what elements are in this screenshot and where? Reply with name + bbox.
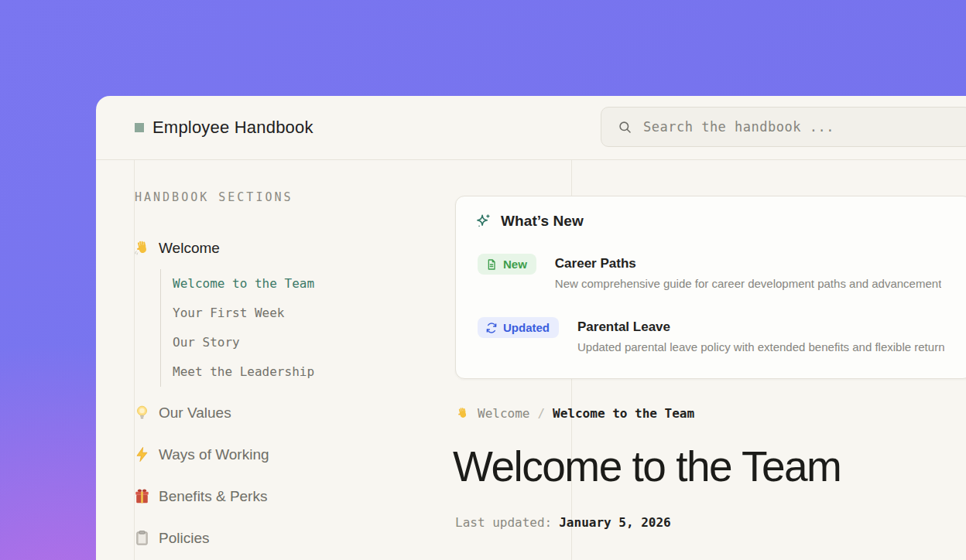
document-icon xyxy=(485,258,498,271)
clipboard-icon xyxy=(133,529,151,547)
last-updated-value: January 5, 2026 xyxy=(559,515,671,530)
app-title: Employee Handbook xyxy=(152,118,313,138)
handbook-window: Employee Handbook HANDBOOK SECTIONS xyxy=(96,96,966,560)
gift-icon xyxy=(133,487,151,505)
sidebar-item-label: Policies xyxy=(159,530,209,547)
sidebar-item-welcome[interactable]: Welcome xyxy=(133,239,220,257)
whats-new-item-texts: Parental Leave Updated parental leave po… xyxy=(577,317,944,353)
whats-new-title: What’s New xyxy=(501,213,584,230)
whats-new-item-career-paths[interactable]: New Career Paths New comprehensive guide… xyxy=(478,254,964,290)
sidebar-item-our-values[interactable]: Our Values xyxy=(133,404,231,422)
lightning-icon xyxy=(133,446,151,463)
updated-badge: Updated xyxy=(478,317,559,338)
whats-new-item-description: Updated parental leave policy with exten… xyxy=(577,340,944,353)
subnav-item-your-first-week[interactable]: Your First Week xyxy=(161,299,392,328)
sidebar-section-label: HANDBOOK SECTIONS xyxy=(135,190,293,204)
breadcrumb-separator: / xyxy=(537,406,545,421)
waving-hand-icon xyxy=(133,239,151,257)
subnav-item-meet-the-leadership[interactable]: Meet the Leadership xyxy=(161,357,392,387)
subnav-item-welcome-to-the-team[interactable]: Welcome to the Team xyxy=(161,269,392,299)
sidebar-item-policies[interactable]: Policies xyxy=(133,529,209,547)
whats-new-item-title[interactable]: Career Paths xyxy=(555,256,941,271)
sidebar-item-label: Benefits & Perks xyxy=(159,488,267,505)
sidebar-item-ways-of-working[interactable]: Ways of Working xyxy=(133,446,269,463)
sidebar-subnav-welcome: Welcome to the Team Your First Week Our … xyxy=(160,269,392,387)
app-logo-square-icon xyxy=(135,123,144,132)
new-badge: New xyxy=(478,254,536,275)
search-icon xyxy=(618,120,632,135)
search-box[interactable] xyxy=(601,107,966,147)
waving-hand-icon xyxy=(455,406,470,421)
sidebar-item-label: Ways of Working xyxy=(159,446,269,463)
badge-label: Updated xyxy=(503,321,550,334)
last-updated: Last updated: January 5, 2026 xyxy=(455,515,671,530)
whats-new-item-description: New comprehensive guide for career devel… xyxy=(555,277,941,290)
page-title: Welcome to the Team xyxy=(453,442,841,491)
search-input[interactable] xyxy=(643,119,966,135)
subnav-item-our-story[interactable]: Our Story xyxy=(161,328,392,357)
sidebar-item-label: Our Values xyxy=(159,405,231,422)
sidebar-item-label: Welcome xyxy=(159,240,220,257)
breadcrumb-current: Welcome to the Team xyxy=(553,406,694,421)
whats-new-item-title[interactable]: Parental Leave xyxy=(577,319,944,335)
lightbulb-icon xyxy=(133,404,151,422)
app-header: Employee Handbook xyxy=(96,96,966,160)
whats-new-card: What’s New New Career Paths New comprehe… xyxy=(455,196,966,379)
whats-new-item-parental-leave[interactable]: Updated Parental Leave Updated parental … xyxy=(478,317,964,353)
breadcrumb: Welcome / Welcome to the Team xyxy=(455,406,694,421)
whats-new-item-texts: Career Paths New comprehensive guide for… xyxy=(555,254,941,290)
refresh-icon xyxy=(485,322,498,334)
whats-new-header: What’s New xyxy=(474,213,584,230)
sidebar-item-benefits-perks[interactable]: Benefits & Perks xyxy=(133,487,267,505)
badge-label: New xyxy=(503,258,527,271)
breadcrumb-section[interactable]: Welcome xyxy=(478,406,529,421)
sparkle-icon xyxy=(474,213,492,230)
last-updated-label: Last updated: xyxy=(455,515,552,530)
